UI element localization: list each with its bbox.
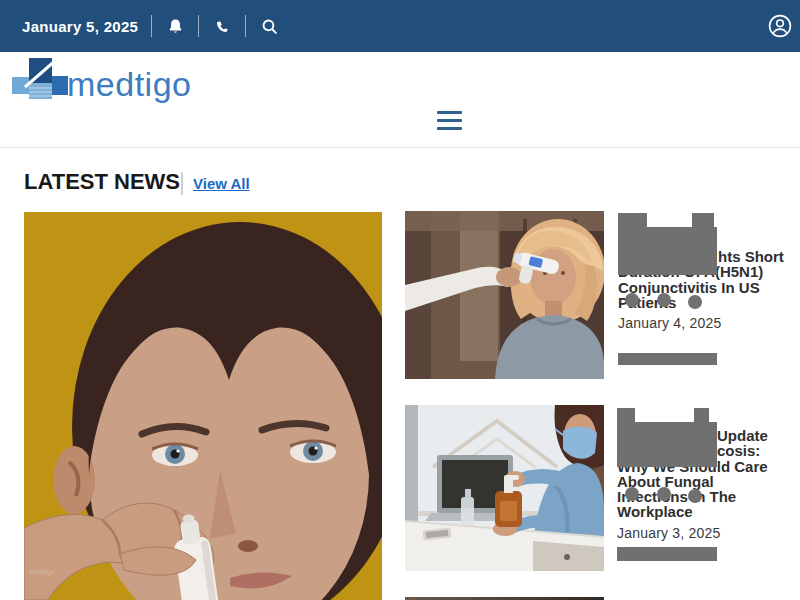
medtigo-homepage: January 5, 2025 — [0, 0, 800, 600]
headline-line: Conjunctivitis In US — [618, 280, 788, 295]
placeholder-bar — [617, 547, 717, 561]
image-watermark: medtigo — [30, 568, 55, 576]
account-icon[interactable] — [768, 14, 792, 38]
news-thumbnail[interactable] — [405, 211, 604, 379]
placeholder-block — [694, 408, 709, 424]
view-all-link[interactable]: View All — [193, 175, 250, 192]
featured-article-image[interactable]: medtigo — [24, 212, 382, 600]
headline-line: About Fungal — [617, 474, 787, 489]
search-icon[interactable] — [259, 16, 279, 36]
headline-line: Duration Of A(H5N1) — [618, 264, 788, 279]
hamburger-menu-icon[interactable] — [437, 111, 462, 135]
divider — [151, 15, 152, 37]
headline-line: hts Short — [618, 249, 788, 264]
brand-name[interactable]: medtigo — [67, 65, 191, 104]
medtigo-logo-icon[interactable] — [12, 57, 68, 105]
site-header: medtigo — [0, 52, 800, 148]
placeholder-bar — [618, 353, 717, 365]
news-item: Updatecosis:Why We Should CareAbout Fung… — [617, 428, 787, 541]
headline-line: Infections In The — [617, 489, 787, 504]
menu-bar — [437, 111, 462, 114]
divider — [181, 172, 183, 195]
headline-line: Workplace — [617, 504, 787, 519]
menu-bar — [437, 119, 462, 122]
news-item-date: January 4, 2025 — [618, 315, 788, 331]
notification-bell-icon[interactable] — [165, 16, 185, 36]
news-item-title[interactable]: Updatecosis:Why We Should CareAbout Fung… — [617, 428, 787, 520]
headline-line: Patients — [618, 295, 788, 310]
headline-line: Update — [617, 428, 787, 443]
divider — [198, 15, 199, 37]
top-utility-bar: January 5, 2025 — [0, 0, 800, 52]
headline-line: cosis: — [617, 443, 787, 458]
placeholder-block — [618, 213, 647, 233]
placeholder-block — [617, 408, 635, 424]
divider — [245, 15, 246, 37]
headline-line: Why We Should Care — [617, 459, 787, 474]
section-title: LATEST NEWS — [24, 169, 180, 195]
phone-icon[interactable] — [212, 16, 232, 36]
news-item-title[interactable]: hts ShortDuration Of A(H5N1)Conjunctivit… — [618, 249, 788, 310]
news-item: hts ShortDuration Of A(H5N1)Conjunctivit… — [618, 249, 788, 331]
news-item-date: January 3, 2025 — [617, 525, 787, 541]
current-date: January 5, 2025 — [22, 18, 138, 35]
news-thumbnail[interactable] — [405, 405, 604, 571]
placeholder-block — [692, 213, 714, 233]
menu-bar — [437, 127, 462, 130]
